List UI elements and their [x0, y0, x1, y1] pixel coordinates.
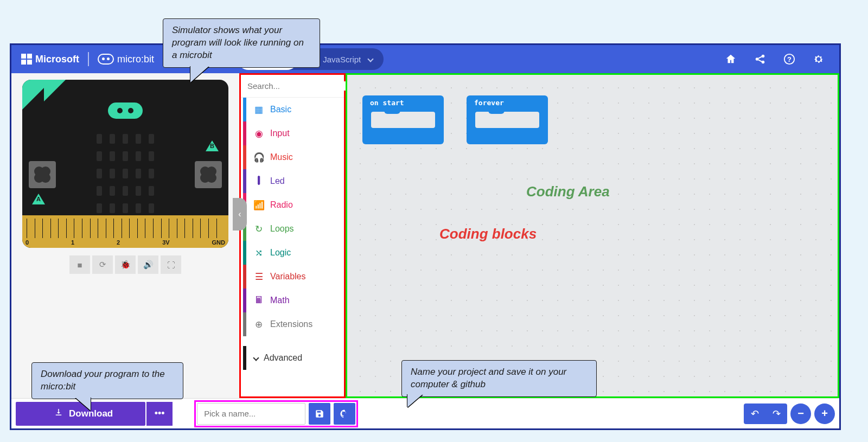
sound-button[interactable]: 🔊 [138, 255, 158, 274]
category-logic[interactable]: ⤭Logic [241, 241, 344, 265]
pin-label: 2 [117, 239, 120, 246]
search-row: 🔍 [241, 75, 344, 98]
block-on-start[interactable]: on start [362, 95, 444, 144]
pin-label: 1 [71, 239, 74, 246]
download-more-button[interactable]: ••• [146, 402, 173, 426]
category-extensions[interactable]: ⊕Extensions [241, 312, 344, 336]
microbit-logo[interactable]: micro:bit [98, 54, 154, 65]
javascript-label: JavaScript [323, 55, 361, 64]
calculator-icon: 🖩 [253, 295, 265, 306]
search-input[interactable] [247, 81, 350, 91]
category-label: Extensions [270, 319, 312, 329]
category-label: Advanced [264, 353, 302, 363]
category-variables[interactable]: ☰Variables [241, 265, 344, 289]
header-divider [88, 52, 89, 66]
category-label: Led [270, 176, 285, 186]
undo-button[interactable]: ↶ [744, 403, 765, 424]
save-button[interactable] [309, 403, 330, 425]
simulator-controls: ■ ⟳ 🐞 🔊 ⛶ [69, 255, 181, 274]
redo-button[interactable]: ↷ [765, 403, 787, 424]
annotation-coding-blocks: Coding blocks [439, 226, 537, 242]
circle-dot-icon: ◉ [253, 128, 265, 139]
category-label: Input [270, 129, 290, 138]
main-area: 0 1 2 3V GND ■ ⟳ 🐞 🔊 ⛶ ‹ [11, 73, 839, 398]
home-button[interactable] [720, 48, 742, 70]
edge-connector: 0 1 2 3V GND [22, 215, 228, 248]
fullscreen-button[interactable]: ⛶ [161, 255, 181, 274]
category-basic[interactable]: ▦Basic [241, 98, 344, 121]
microsoft-logo[interactable]: Microsoft [21, 54, 79, 65]
microsoft-label: Microsoft [35, 54, 79, 65]
callout-simulator: Simulator shows what your program will l… [163, 18, 320, 68]
stop-button[interactable]: ■ [69, 255, 90, 274]
block-forever[interactable]: forever [467, 95, 548, 144]
label-b-icon [206, 140, 219, 151]
zoom-group: − + [790, 403, 835, 424]
chevron-down-icon [368, 56, 374, 62]
category-loops[interactable]: ↻Loops [241, 217, 344, 241]
toggle-icon: ⏽ [253, 176, 265, 187]
svg-point-2 [762, 61, 765, 64]
zoom-in-button[interactable]: + [814, 403, 835, 424]
button-b[interactable] [195, 161, 222, 188]
microbit-icon [98, 54, 114, 65]
category-math[interactable]: 🖩Math [241, 289, 344, 312]
callout-download: Download your program to the micro:bit [31, 362, 183, 399]
headphones-icon: 🎧 [253, 152, 265, 163]
category-label: Logic [270, 248, 291, 258]
category-label: Music [270, 152, 293, 162]
share-button[interactable] [749, 48, 771, 70]
project-name-group [194, 400, 358, 427]
microbit-face-icon [108, 103, 143, 119]
category-radio[interactable]: 📶Radio [241, 193, 344, 217]
microbit-simulator[interactable]: 0 1 2 3V GND [22, 80, 228, 248]
signal-icon: 📶 [253, 200, 265, 211]
workspace-canvas[interactable]: on start forever Coding Area Coding bloc… [346, 73, 839, 398]
svg-point-1 [762, 55, 765, 58]
refresh-icon: ↻ [253, 223, 265, 235]
category-label: Loops [270, 224, 294, 234]
microbit-label: micro:bit [117, 54, 154, 65]
label-a-icon [32, 194, 45, 204]
pin-label: 0 [25, 239, 29, 246]
debug-button[interactable]: 🐞 [115, 255, 136, 274]
block-label: forever [474, 99, 504, 107]
button-a[interactable] [29, 161, 56, 188]
undo-redo-group: ↶ ↷ [744, 403, 787, 424]
annotation-coding-area: Coding Area [526, 183, 610, 200]
download-icon [54, 407, 63, 420]
pin-label: GND [212, 239, 225, 246]
simulator-panel: 0 1 2 3V GND ■ ⟳ 🐞 🔊 ⛶ ‹ [11, 73, 239, 398]
settings-button[interactable] [808, 48, 829, 70]
collapse-simulator-button[interactable]: ‹ [233, 198, 247, 230]
category-music[interactable]: 🎧Music [241, 145, 344, 169]
footer-bar: Download ••• ↶ ↷ − + [11, 398, 839, 428]
header-bar: Microsoft micro:bit Blocks JS JavaScript… [11, 45, 839, 73]
pin-label: 3V [162, 239, 169, 246]
svg-point-0 [756, 57, 759, 61]
callout-name-save: Name your project and save it on your co… [401, 360, 597, 397]
chevron-down-icon [253, 355, 259, 361]
category-label: Radio [270, 200, 293, 210]
category-label: Basic [270, 105, 291, 114]
microsoft-icon [21, 54, 32, 65]
github-button[interactable] [334, 403, 355, 425]
led-matrix [97, 134, 154, 213]
toolbox-panel: 🔍 ▦Basic ◉Input 🎧Music ⏽Led 📶Radio ↻Loop… [239, 73, 346, 398]
category-label: Math [270, 296, 290, 305]
svg-text:?: ? [787, 55, 792, 63]
block-label: on start [370, 99, 404, 107]
category-label: Variables [270, 272, 306, 281]
plus-circle-icon: ⊕ [253, 319, 265, 330]
help-button[interactable]: ? [778, 48, 800, 70]
footer-right-controls: ↶ ↷ − + [744, 403, 835, 424]
shuffle-icon: ⤭ [253, 247, 265, 259]
category-led[interactable]: ⏽Led [241, 169, 344, 193]
project-name-input[interactable] [197, 403, 305, 425]
grid-icon: ▦ [253, 104, 265, 116]
list-icon: ☰ [253, 271, 265, 283]
restart-button[interactable]: ⟳ [92, 255, 113, 274]
category-input[interactable]: ◉Input [241, 121, 344, 145]
zoom-out-button[interactable]: − [790, 403, 811, 424]
category-advanced[interactable]: Advanced [241, 346, 344, 370]
